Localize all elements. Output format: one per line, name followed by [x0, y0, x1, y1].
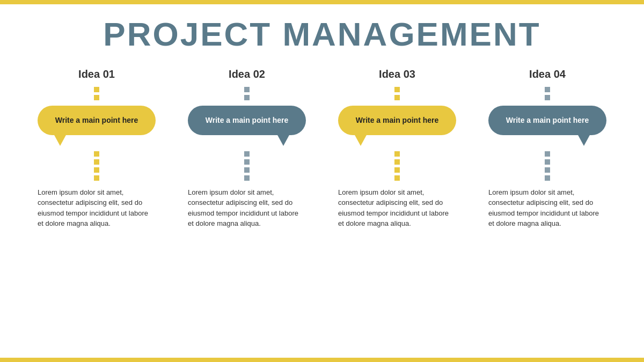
dot-bottom-1-3	[94, 175, 99, 181]
body-text-3: Lorem ipsum dolor sit amet, consectetur …	[338, 187, 456, 229]
body-text-1: Lorem ipsum dolor sit amet, consectetur …	[38, 187, 156, 229]
dot-bottom-4-3	[545, 175, 550, 181]
dot-bottom-1-0	[94, 151, 99, 157]
dot-top-3-0	[394, 87, 400, 92]
dot-bottom-4-2	[545, 167, 550, 173]
dot-bottom-2-3	[244, 175, 250, 181]
idea-label-2: Idea 02	[229, 68, 265, 80]
speech-bubble-4: Write a main point here	[488, 106, 606, 135]
dot-top-4-1	[545, 95, 550, 100]
dot-top-1-0	[94, 87, 99, 92]
dots-top-4	[545, 87, 550, 100]
dots-top-2	[244, 87, 250, 100]
dot-bottom-3-3	[394, 175, 400, 181]
dots-bottom-2	[244, 151, 250, 181]
dot-bottom-2-1	[244, 159, 250, 165]
idea-label-3: Idea 03	[379, 68, 415, 80]
dot-top-2-0	[244, 87, 250, 92]
idea-column-3: Idea 03Write a main point hereLorem ipsu…	[333, 68, 462, 229]
idea-column-2: Idea 02Write a main point hereLorem ipsu…	[182, 68, 311, 229]
speech-bubble-1: Write a main point here	[38, 106, 156, 135]
idea-column-1: Idea 01Write a main point hereLorem ipsu…	[32, 68, 161, 229]
dot-bottom-3-0	[394, 151, 400, 157]
dots-top-1	[94, 87, 99, 100]
body-text-2: Lorem ipsum dolor sit amet, consectetur …	[188, 187, 306, 229]
top-bar	[0, 0, 644, 4]
speech-bubble-2: Write a main point here	[188, 106, 306, 135]
ideas-container: Idea 01Write a main point hereLorem ipsu…	[0, 68, 644, 229]
dot-top-4-0	[545, 87, 550, 92]
dot-top-1-1	[94, 95, 99, 100]
dot-bottom-3-2	[394, 167, 400, 173]
dot-bottom-1-1	[94, 159, 99, 165]
dots-top-3	[394, 87, 400, 100]
idea-column-4: Idea 04Write a main point hereLorem ipsu…	[483, 68, 612, 229]
bottom-bar	[0, 358, 644, 362]
idea-label-1: Idea 01	[78, 68, 115, 80]
dot-bottom-4-0	[545, 151, 550, 157]
idea-label-4: Idea 04	[529, 68, 566, 80]
speech-bubble-3: Write a main point here	[338, 106, 456, 135]
dot-top-2-1	[244, 95, 250, 100]
dot-bottom-3-1	[394, 159, 400, 165]
body-text-4: Lorem ipsum dolor sit amet, consectetur …	[488, 187, 606, 229]
dot-bottom-1-2	[94, 167, 99, 173]
dots-bottom-3	[394, 151, 400, 181]
dots-bottom-4	[545, 151, 550, 181]
dot-bottom-4-1	[545, 159, 550, 165]
dot-bottom-2-2	[244, 167, 250, 173]
dots-bottom-1	[94, 151, 99, 181]
dot-bottom-2-0	[244, 151, 250, 157]
dot-top-3-1	[394, 95, 400, 100]
page-title: PROJECT MANAGEMENT	[0, 0, 644, 63]
